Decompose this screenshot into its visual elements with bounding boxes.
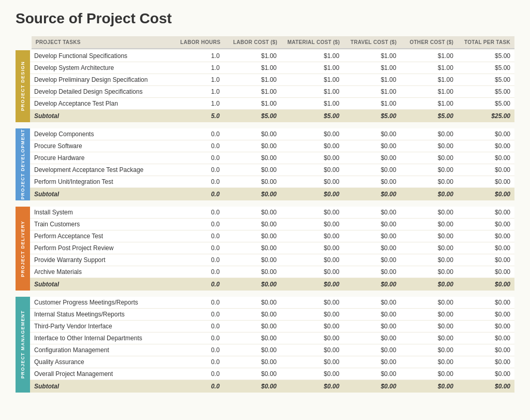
table-row: Procure Software0.0$0.00$0.00$0.00$0.00$… bbox=[30, 140, 514, 152]
col-header-travel-cost: TRAVEL COST ($) bbox=[344, 36, 401, 49]
table-row: Develop Acceptance Test Plan1.0$1.00$1.0… bbox=[30, 98, 514, 110]
table-row: Develop Preliminary Design Specification… bbox=[30, 74, 514, 86]
table-row: Internal Status Meetings/Reports0.0$0.00… bbox=[30, 309, 514, 321]
subtotal-row: Subtotal0.0$0.00$0.00$0.00$0.00$0.00 bbox=[30, 188, 514, 201]
section-label-delivery: PROJECT DELIVERY bbox=[16, 207, 30, 291]
table-row: Install System0.0$0.00$0.00$0.00$0.00$0.… bbox=[30, 207, 514, 219]
table-row: Interface to Other Internal Departments0… bbox=[30, 332, 514, 344]
table-row: Provide Warranty Support0.0$0.00$0.00$0.… bbox=[30, 254, 514, 266]
section-design: PROJECT DESIGNDevelop Functional Specifi… bbox=[16, 50, 514, 122]
table-row: Perform Acceptance Test0.0$0.00$0.00$0.0… bbox=[30, 230, 514, 242]
table-row: Customer Progress Meetings/Reports0.0$0.… bbox=[30, 297, 514, 309]
section-table-design: Develop Functional Specifications1.0$1.0… bbox=[30, 50, 514, 122]
col-header-other-cost: OTHER COST ($) bbox=[401, 36, 458, 49]
table-row: Perform Post Project Review0.0$0.00$0.00… bbox=[30, 242, 514, 254]
table-row: Develop Functional Specifications1.0$1.0… bbox=[30, 50, 514, 62]
table-wrapper: PROJECT TASKS LABOR HOURS LABOR COST ($)… bbox=[16, 36, 514, 393]
section-delivery: PROJECT DELIVERYInstall System0.0$0.00$0… bbox=[16, 207, 514, 291]
table-row: Archive Materials0.0$0.00$0.00$0.00$0.00… bbox=[30, 266, 514, 278]
page-title: Source of Project Cost bbox=[16, 10, 514, 27]
column-header-row: PROJECT TASKS LABOR HOURS LABOR COST ($)… bbox=[16, 36, 514, 49]
section-management: PROJECT MANAGEMENTCustomer Progress Meet… bbox=[16, 297, 514, 393]
table-row: Quality Assurance0.0$0.00$0.00$0.00$0.00… bbox=[30, 356, 514, 368]
section-table-management: Customer Progress Meetings/Reports0.0$0.… bbox=[30, 297, 514, 393]
col-header-total: TOTAL PER TASK bbox=[458, 36, 514, 49]
col-header-labor-hours: LABOR HOURS bbox=[173, 36, 225, 49]
col-header-task: PROJECT TASKS bbox=[32, 36, 173, 49]
table-row: Procure Hardware0.0$0.00$0.00$0.00$0.00$… bbox=[30, 152, 514, 164]
table-row: Configuration Management0.0$0.00$0.00$0.… bbox=[30, 344, 514, 356]
table-row: Develop System Architecture1.0$1.00$1.00… bbox=[30, 62, 514, 74]
section-table-development: Develop Components0.0$0.00$0.00$0.00$0.0… bbox=[30, 128, 514, 200]
table-row: Perform Unit/Integration Test0.0$0.00$0.… bbox=[30, 176, 514, 188]
subtotal-row: Subtotal5.0$5.00$5.00$5.00$5.00$25.00 bbox=[30, 110, 514, 123]
table-row: Train Customers0.0$0.00$0.00$0.00$0.00$0… bbox=[30, 219, 514, 230]
section-label-management: PROJECT MANAGEMENT bbox=[16, 297, 30, 393]
subtotal-row: Subtotal0.0$0.00$0.00$0.00$0.00$0.00 bbox=[30, 380, 514, 393]
section-table-delivery: Install System0.0$0.00$0.00$0.00$0.00$0.… bbox=[30, 207, 514, 291]
section-label-design: PROJECT DESIGN bbox=[16, 50, 30, 122]
table-row: Development Acceptance Test Package0.0$0… bbox=[30, 164, 514, 176]
table-row: Develop Components0.0$0.00$0.00$0.00$0.0… bbox=[30, 128, 514, 140]
section-label-development: PROJECT DEVELOPMENT bbox=[16, 128, 30, 200]
table-row: Third-Party Vendor Interface0.0$0.00$0.0… bbox=[30, 321, 514, 332]
col-header-material-cost: MATERIAL COST ($) bbox=[282, 36, 344, 49]
table-row: Overall Project Management0.0$0.00$0.00$… bbox=[30, 368, 514, 380]
section-development: PROJECT DEVELOPMENTDevelop Components0.0… bbox=[16, 128, 514, 200]
subtotal-row: Subtotal0.0$0.00$0.00$0.00$0.00$0.00 bbox=[30, 278, 514, 291]
col-header-labor-cost: LABOR COST ($) bbox=[225, 36, 282, 49]
table-row: Develop Detailed Design Specifications1.… bbox=[30, 86, 514, 98]
sections-container: PROJECT DESIGNDevelop Functional Specifi… bbox=[16, 50, 514, 393]
